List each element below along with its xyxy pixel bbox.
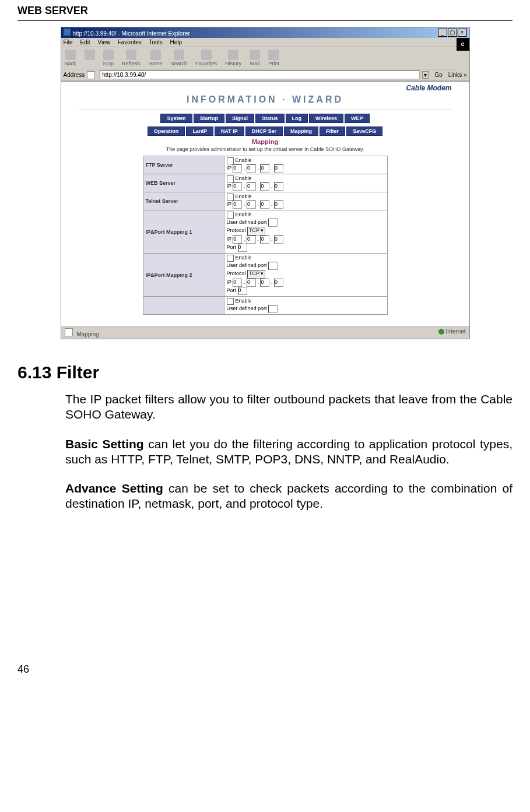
- forward-icon: [85, 50, 95, 60]
- nav-startup[interactable]: Startup: [194, 114, 225, 123]
- map3-udp-input[interactable]: [268, 305, 278, 313]
- paragraph-1: The IP packet filters allow you to filte…: [65, 392, 513, 423]
- map1-ip-3[interactable]: 0: [274, 235, 283, 244]
- nav-mapping[interactable]: Mapping: [284, 126, 318, 136]
- map2-ip-2[interactable]: 0: [260, 279, 269, 287]
- search-button[interactable]: Search: [171, 50, 188, 66]
- close-button[interactable]: ×: [458, 29, 467, 37]
- ftp-ip-label: IP: [227, 165, 231, 171]
- map1-enable-label: Enable: [236, 212, 252, 217]
- map1-label: IP&Port Mapping 1: [143, 210, 224, 254]
- nav-operation[interactable]: Operation: [148, 126, 185, 136]
- go-button[interactable]: Go: [434, 72, 442, 78]
- telnet-ip-label: IP: [227, 201, 231, 207]
- web-label: WEB Server: [143, 174, 224, 192]
- map2-ip-1[interactable]: 0: [247, 279, 256, 287]
- page-number: 46: [17, 663, 513, 676]
- search-label: Search: [171, 61, 188, 66]
- nav-wireless[interactable]: Wireless: [309, 114, 343, 123]
- map1-ip-2[interactable]: 0: [260, 235, 269, 244]
- map1-row: IP&Port Mapping 1 Enable User defined po…: [143, 210, 387, 254]
- ie-icon: [64, 29, 71, 36]
- map1-proto-select[interactable]: TCP ▾: [247, 227, 265, 235]
- web-enable-checkbox[interactable]: [227, 175, 234, 182]
- history-button[interactable]: History: [225, 50, 241, 66]
- refresh-icon: [126, 50, 136, 60]
- map3-enable-checkbox[interactable]: [227, 298, 234, 305]
- paragraph-3: Advance Setting can be set to check pack…: [65, 481, 513, 512]
- ftp-enable-checkbox[interactable]: [227, 157, 234, 164]
- menu-edit[interactable]: Edit: [80, 39, 90, 45]
- home-icon: [150, 50, 161, 60]
- menu-tools[interactable]: Tools: [149, 39, 162, 45]
- mail-button[interactable]: Mail: [250, 50, 260, 66]
- telnet-enable-checkbox[interactable]: [227, 194, 234, 201]
- map1-ip-0[interactable]: 0: [233, 235, 242, 244]
- map1-udp-input[interactable]: [268, 219, 278, 227]
- map1-ip-1[interactable]: 0: [247, 235, 256, 244]
- nav-log[interactable]: Log: [286, 114, 308, 123]
- favorites-button[interactable]: Favorites: [195, 50, 217, 66]
- links-label[interactable]: Links »: [448, 72, 467, 78]
- minimize-button[interactable]: _: [438, 29, 447, 37]
- stop-button[interactable]: Stop: [103, 50, 114, 66]
- address-input[interactable]: http://10.3.99.40/: [100, 71, 420, 79]
- ftp-ip-1[interactable]: 0: [247, 164, 256, 173]
- nav-system[interactable]: System: [160, 114, 192, 123]
- telnet-ip-0[interactable]: 0: [233, 201, 242, 209]
- maximize-button[interactable]: ▢: [448, 29, 457, 37]
- map1-port-label: Port: [227, 244, 237, 250]
- ftp-ip-2[interactable]: 0: [260, 164, 269, 173]
- nav-wep[interactable]: WEP: [345, 114, 370, 123]
- menu-help[interactable]: Help: [170, 39, 182, 45]
- map2-ip-3[interactable]: 0: [274, 279, 283, 287]
- menu-file[interactable]: File: [64, 39, 73, 45]
- nav-natip[interactable]: NAT IP: [215, 126, 244, 136]
- map1-port-input[interactable]: 0: [238, 244, 247, 252]
- toolbar: Back Stop Refresh Home Search Favorites …: [61, 47, 457, 69]
- ftp-row: FTP Server Enable IP 0 . 0 . 0 . 0: [143, 156, 387, 174]
- map2-proto-select[interactable]: TCP ▾: [247, 270, 265, 279]
- ftp-ip-3[interactable]: 0: [274, 164, 283, 173]
- telnet-ip-2[interactable]: 0: [260, 201, 269, 209]
- back-button[interactable]: Back: [65, 50, 76, 66]
- addressbar: Address http://10.3.99.40/ ▾ Go Links »: [61, 69, 469, 81]
- nav-signal[interactable]: Signal: [226, 114, 254, 123]
- browser-window: http://10.3.99.40/ - Microsoft Internet …: [61, 27, 470, 339]
- address-dropdown[interactable]: ▾: [422, 71, 429, 79]
- web-ip-2[interactable]: 0: [260, 182, 269, 191]
- print-button[interactable]: Print: [268, 50, 279, 66]
- nav-savecfg[interactable]: SaveCFG: [346, 126, 382, 136]
- telnet-ip-3[interactable]: 0: [274, 201, 283, 209]
- map2-udp-input[interactable]: [268, 262, 278, 270]
- refresh-button[interactable]: Refresh: [122, 50, 141, 66]
- telnet-ip-1[interactable]: 0: [247, 201, 256, 209]
- forward-button[interactable]: [85, 50, 95, 66]
- nav-status[interactable]: Status: [255, 114, 285, 123]
- web-ip-0[interactable]: 0: [233, 182, 242, 191]
- top-nav: System Startup Signal Status Log Wireles…: [61, 114, 469, 123]
- ftp-ip-0[interactable]: 0: [233, 164, 242, 173]
- web-ip-1[interactable]: 0: [247, 182, 256, 191]
- home-button[interactable]: Home: [149, 50, 163, 66]
- map2-port-input[interactable]: 0: [238, 287, 247, 295]
- map2-enable-checkbox[interactable]: [227, 255, 234, 262]
- web-row: WEB Server Enable IP 0 . 0 . 0 . 0: [143, 174, 387, 192]
- menu-view[interactable]: View: [97, 39, 110, 45]
- nav-lanip[interactable]: LanIP: [186, 126, 213, 136]
- map3-enable-label: Enable: [236, 298, 252, 304]
- paragraph-2: Basic Setting can let you do the filteri…: [65, 437, 513, 467]
- advance-setting-label: Advance Setting: [65, 481, 163, 495]
- print-icon: [268, 50, 279, 60]
- internet-zone-icon: [438, 329, 444, 335]
- mail-icon: [250, 50, 260, 60]
- map1-enable-checkbox[interactable]: [227, 212, 234, 219]
- nav-filter[interactable]: Filter: [320, 126, 345, 136]
- nav-dhcp[interactable]: DHCP Ser: [245, 126, 283, 136]
- map2-ip-0[interactable]: 0: [233, 279, 242, 287]
- web-ip-3[interactable]: 0: [274, 182, 283, 191]
- history-label: History: [225, 61, 241, 66]
- status-left: Mapping: [76, 331, 99, 338]
- map3-label: [143, 297, 224, 315]
- menu-favorites[interactable]: Favorites: [118, 39, 142, 45]
